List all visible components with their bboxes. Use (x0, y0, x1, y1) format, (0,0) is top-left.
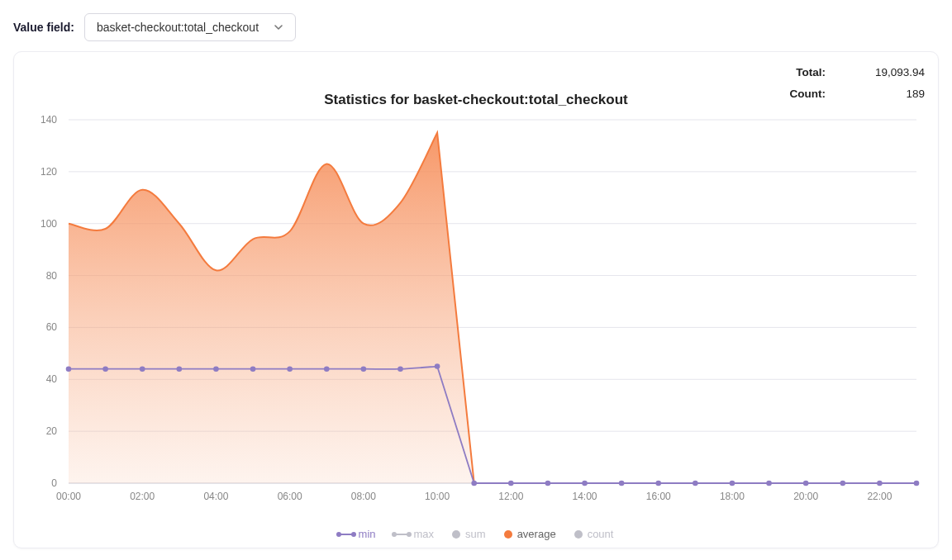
svg-point-34 (287, 366, 293, 372)
legend-marker-max (394, 534, 409, 535)
svg-point-40 (508, 481, 514, 486)
summary-stats: Total: 19,093.94 Count: 189 (783, 62, 925, 104)
svg-point-44 (655, 481, 661, 486)
svg-text:04:00: 04:00 (203, 491, 228, 502)
legend-label-average: average (517, 528, 556, 540)
svg-point-41 (545, 481, 551, 486)
svg-text:02:00: 02:00 (130, 491, 155, 502)
svg-text:00:00: 00:00 (56, 491, 81, 502)
legend-label-sum: sum (465, 528, 486, 540)
svg-text:12:00: 12:00 (498, 491, 523, 502)
svg-text:16:00: 16:00 (646, 491, 671, 502)
svg-point-29 (102, 366, 108, 372)
count-label: Count: (783, 83, 826, 105)
svg-point-31 (177, 366, 183, 372)
value-field-label: Value field: (13, 21, 74, 34)
svg-text:80: 80 (46, 270, 58, 282)
svg-text:120: 120 (40, 166, 57, 178)
total-value: 19,093.94 (850, 62, 925, 83)
svg-point-49 (840, 481, 845, 486)
svg-point-45 (693, 481, 698, 486)
svg-text:60: 60 (46, 321, 58, 333)
svg-point-38 (435, 363, 440, 369)
svg-point-47 (766, 481, 772, 486)
value-field-select[interactable]: basket-checkout:total_checkout (84, 13, 296, 41)
legend-marker-count (574, 530, 583, 539)
value-field-selected: basket-checkout:total_checkout (97, 21, 259, 34)
svg-text:14:00: 14:00 (573, 491, 597, 502)
legend-label-min: min (359, 528, 376, 540)
svg-point-28 (66, 366, 72, 372)
legend-label-max: max (414, 528, 435, 540)
svg-point-42 (582, 481, 588, 486)
svg-point-32 (213, 366, 219, 372)
svg-point-43 (619, 481, 625, 486)
legend-marker-average (504, 530, 512, 539)
svg-text:20: 20 (46, 425, 58, 437)
legend-item-sum[interactable]: sum (452, 528, 486, 540)
stats-chart: 00:0002:0004:0006:0008:0010:0012:0014:00… (27, 112, 925, 524)
svg-point-30 (140, 366, 145, 372)
svg-text:08:00: 08:00 (351, 491, 376, 502)
legend-item-min[interactable]: min (339, 528, 376, 540)
svg-point-46 (730, 481, 735, 486)
svg-text:22:00: 22:00 (867, 491, 892, 502)
legend-marker-min (339, 534, 354, 535)
svg-text:20:00: 20:00 (793, 491, 818, 502)
svg-point-33 (250, 366, 256, 372)
svg-point-35 (324, 366, 330, 372)
svg-point-50 (877, 481, 883, 486)
svg-text:0: 0 (51, 477, 57, 489)
svg-text:06:00: 06:00 (278, 491, 302, 502)
legend-item-count[interactable]: count (574, 528, 614, 540)
chart-card: Total: 19,093.94 Count: 189 Statistics f… (13, 51, 939, 548)
chart-legend: min max sum average count (27, 528, 925, 540)
chevron-down-icon (274, 22, 283, 32)
count-value: 189 (850, 83, 925, 105)
svg-point-51 (914, 481, 920, 486)
svg-text:100: 100 (40, 218, 57, 230)
svg-point-37 (397, 366, 403, 372)
svg-point-36 (361, 366, 367, 372)
svg-text:140: 140 (40, 114, 57, 126)
total-label: Total: (783, 62, 826, 83)
svg-point-48 (803, 481, 809, 486)
svg-text:18:00: 18:00 (720, 491, 745, 502)
legend-label-count: count (588, 528, 614, 540)
svg-text:40: 40 (46, 373, 58, 385)
svg-point-39 (471, 481, 477, 486)
legend-item-average[interactable]: average (504, 528, 556, 540)
svg-text:10:00: 10:00 (425, 491, 450, 502)
legend-item-max[interactable]: max (394, 528, 435, 540)
legend-marker-sum (452, 530, 460, 539)
